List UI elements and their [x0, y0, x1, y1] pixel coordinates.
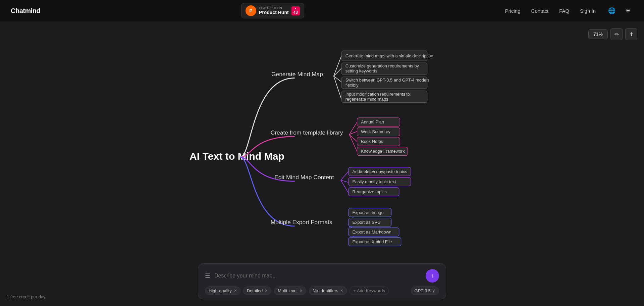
gpt-model-arrow: ∨: [432, 288, 435, 293]
gen-child-3b: flexibly: [345, 83, 359, 88]
add-keywords-button[interactable]: + Add Keywords: [350, 287, 388, 295]
svg-line-1: [334, 68, 341, 76]
branch-edit-label: Edit Mind Map Content: [274, 174, 334, 181]
svg-line-10: [349, 135, 357, 142]
navbar: Chatmind P FEATURED ON Product Hunt ▲ 43…: [0, 0, 644, 21]
ph-count-badge: ▲ 43: [291, 6, 300, 15]
ph-featured-label: FEATURED ON: [259, 6, 289, 10]
nav-link-contact[interactable]: Contact: [531, 8, 549, 14]
gpt-model-select[interactable]: GPT-3.5 ∨: [411, 287, 439, 295]
root-label: AI Text to Mind Map: [190, 151, 284, 162]
bottom-bar: ☰ ↑ High-quality ✕ Detailed ✕ Multi-leve…: [198, 263, 446, 299]
svg-line-0: [334, 56, 341, 76]
tag-multi-level-remove[interactable]: ✕: [300, 289, 303, 293]
product-hunt-badge[interactable]: P FEATURED ON Product Hunt ▲ 43: [241, 3, 304, 18]
ph-count-number: 43: [293, 10, 298, 15]
tmpl-child-4: Knowledge Framework: [361, 149, 405, 154]
tag-no-identifiers[interactable]: No Identifiers ✕: [309, 287, 347, 295]
free-credit-text: 1 free credit per day: [7, 294, 46, 299]
edit-child-2: Easily modify topic text: [353, 179, 396, 184]
nav-link-pricing[interactable]: Pricing: [505, 8, 521, 14]
gen-child-3: Switch between GPT-3.5 and GPT-4 models: [345, 78, 429, 83]
tags-row: High-quality ✕ Detailed ✕ Multi-level ✕ …: [205, 287, 439, 295]
exp-child-1: Export as Image: [353, 210, 384, 215]
free-credit: 1 free credit per day: [7, 294, 46, 299]
tmpl-child-1: Annual Plan: [361, 119, 384, 124]
gen-child-4b: regenerate mind maps: [345, 97, 388, 102]
gen-child-2: Customize generation requirements by: [345, 63, 419, 68]
nav-center: P FEATURED ON Product Hunt ▲ 43: [241, 3, 304, 18]
edit-button[interactable]: ✏: [610, 28, 623, 40]
gen-child-2b: setting keywords: [345, 68, 377, 73]
send-button[interactable]: ↑: [426, 269, 439, 283]
branch-export-label: Multiple Export Formats: [271, 219, 332, 225]
ph-name: Product Hunt: [259, 10, 289, 15]
theme-toggle-button[interactable]: ☀: [623, 5, 633, 16]
globe-icon-button[interactable]: 🌐: [606, 5, 617, 16]
tag-multi-level[interactable]: Multi-level ✕: [274, 287, 306, 295]
exp-child-2: Export as SVG: [353, 220, 381, 225]
tmpl-child-2: Work Summary: [361, 129, 390, 134]
branch-generate-label: Generate Mind Map: [271, 71, 323, 78]
tag-high-quality[interactable]: High-quality ✕: [205, 287, 240, 295]
tag-high-quality-label: High-quality: [209, 288, 232, 293]
edit-child-1: Add/delete/copy/paste topics: [353, 169, 407, 174]
ph-text: FEATURED ON Product Hunt: [259, 6, 289, 15]
tmpl-child-3: Book Notes: [361, 139, 383, 144]
input-icon: ☰: [205, 272, 210, 279]
gen-child-1: Generate mind maps with a simple descrip…: [345, 53, 433, 58]
svg-line-11: [349, 135, 357, 152]
zoom-controls: 71% ✏ ⬆: [588, 28, 637, 40]
ph-logo-icon: P: [246, 5, 256, 16]
tag-high-quality-remove[interactable]: ✕: [234, 289, 237, 293]
svg-line-3: [334, 76, 341, 100]
tag-no-identifiers-label: No Identifiers: [313, 288, 338, 293]
tag-no-identifiers-remove[interactable]: ✕: [340, 289, 343, 293]
logo: Chatmind: [11, 7, 40, 15]
gpt-model-label: GPT-3.5: [415, 288, 431, 293]
export-button[interactable]: ⬆: [625, 28, 637, 40]
exp-child-4: Export as Xmind File: [353, 239, 392, 244]
canvas: 71% ✏ ⬆ AI Text to Mind Map Generate Min…: [0, 21, 644, 306]
gen-child-4: Input modification requirements to: [345, 92, 410, 97]
branch-template-label: Create from template library: [271, 129, 343, 136]
mind-map-input[interactable]: [214, 273, 422, 279]
tag-detailed-label: Detailed: [247, 288, 263, 293]
tag-multi-level-label: Multi-level: [278, 288, 298, 293]
nav-link-signin[interactable]: Sign In: [580, 8, 596, 14]
tag-detailed-remove[interactable]: ✕: [265, 289, 268, 293]
exp-child-3: Export as Markdown: [353, 230, 391, 235]
input-row: ☰ ↑: [205, 269, 439, 283]
nav-link-faq[interactable]: FAQ: [559, 8, 569, 14]
nav-icons: 🌐 ☀: [606, 5, 633, 16]
zoom-level: 71%: [588, 29, 608, 39]
nav-links: Pricing Contact FAQ Sign In 🌐 ☀: [505, 5, 633, 16]
ph-arrow-icon: ▲: [294, 7, 297, 10]
edit-child-3: Reorganize topics: [353, 189, 387, 194]
svg-line-16: [341, 171, 348, 180]
tag-detailed[interactable]: Detailed ✕: [243, 287, 272, 295]
